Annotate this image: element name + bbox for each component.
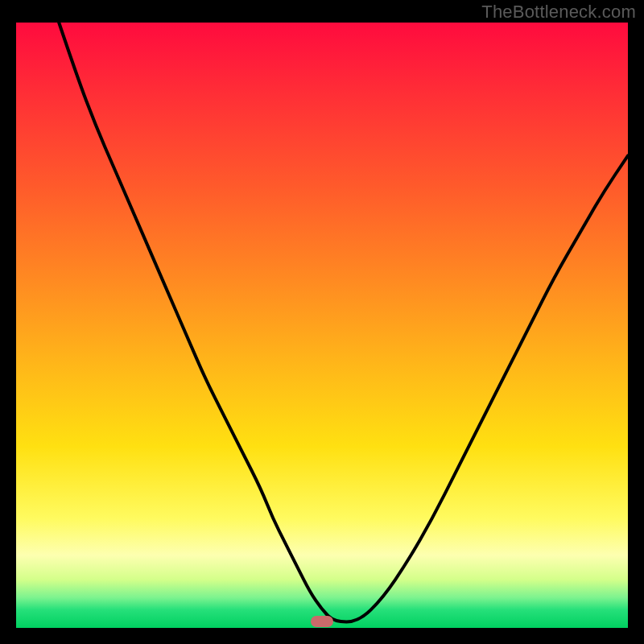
plot-area	[16, 23, 628, 628]
chart-container: TheBottleneck.com	[0, 0, 644, 644]
curve-svg	[16, 23, 628, 628]
optimum-marker	[311, 616, 333, 627]
bottleneck-curve-path	[59, 23, 628, 622]
watermark-text: TheBottleneck.com	[481, 2, 636, 23]
